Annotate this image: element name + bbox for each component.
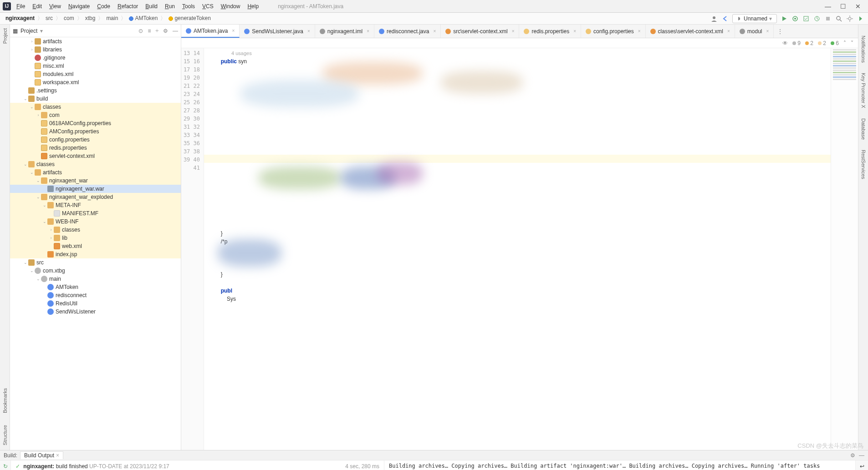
rerun-icon[interactable]: ↻ [3,463,8,470]
bookmarks-tool-button[interactable]: Bookmarks [2,386,8,415]
editor-tab[interactable]: AMToken.java× [181,25,240,38]
crumb-main[interactable]: main [104,15,120,21]
tree-node[interactable]: ›libraries [10,45,181,54]
crumb-src[interactable]: src [44,15,55,21]
tree-node[interactable]: ⌄WEB-INF [10,217,181,226]
tree-node[interactable]: ⌄src [10,258,181,267]
tree-node[interactable]: AMConfig.properties [10,127,181,136]
prev-highlight-icon[interactable]: ˄ [843,40,846,46]
settings-icon[interactable]: ⚙ [163,28,168,34]
menu-help[interactable]: Help [244,2,262,10]
crumb-nginxagent[interactable]: nginxagent [4,15,36,21]
tree-node[interactable]: ›classes [10,226,181,234]
editor-tab[interactable]: SendWsListener.java× [240,25,315,38]
menu-navigate[interactable]: Navigate [65,2,93,10]
tree-node[interactable]: servlet-context.xml [10,152,181,160]
editor-tab[interactable]: src\servlet-context.xml× [441,25,519,38]
maximize-button[interactable]: ☐ [840,3,846,10]
tree-node[interactable]: config.properties [10,136,181,144]
build-log[interactable]: Building archives… Copying archives… Bui… [384,460,855,470]
gutter[interactable]: 13 14 15 16 17 18 19 20 21 22 23 24 25 2… [181,48,204,450]
menu-build[interactable]: Build [142,2,161,10]
forward-icon[interactable] [857,15,864,22]
tree-node[interactable]: 0618AMConfig.properties [10,119,181,127]
menu-window[interactable]: Window [217,2,244,10]
soft-wrap-icon[interactable]: ↩ [860,463,864,470]
tree-node[interactable]: .gitignore [10,54,181,62]
close-tab-icon[interactable]: × [727,29,730,34]
tree-node[interactable]: nginxagent_war.war [10,185,181,193]
build-hide-icon[interactable]: — [859,452,864,459]
close-tab-icon[interactable]: × [232,28,235,33]
build-output-tab[interactable]: Build Output × [20,451,63,459]
menu-tools[interactable]: Tools [179,2,199,10]
menu-view[interactable]: View [46,2,65,10]
run-config-selector[interactable]: Unnamed ▾ [732,14,777,23]
crumb-xtbg[interactable]: xtbg [83,15,97,21]
editor-tab[interactable]: config.properties× [581,25,646,38]
tree-node[interactable]: ⌄com.xtbg [10,267,181,275]
tree-node[interactable]: ›com [10,111,181,119]
minimap[interactable] [831,48,858,450]
close-button[interactable]: ✕ [855,3,861,10]
reader-mode-icon[interactable]: 👁 [782,40,788,46]
editor[interactable]: 13 14 15 16 17 18 19 20 21 22 23 24 25 2… [181,48,858,450]
editor-tab[interactable]: redis.properties× [519,25,581,38]
user-icon[interactable] [710,15,718,22]
tree-node[interactable]: web.xml [10,242,181,250]
tree-node[interactable]: workspace.xml [10,78,181,86]
tree-node[interactable]: ⌄classes [10,103,181,111]
close-tab-icon[interactable]: × [766,29,769,34]
structure-tool-button[interactable]: Structure [2,423,8,447]
tabs-more-icon[interactable]: ⋮ [774,28,786,35]
tree-node[interactable]: misc.xml [10,62,181,70]
debug-icon[interactable] [791,15,799,22]
tree-node[interactable]: ⌄nginxagent_war_exploded [10,193,181,201]
tree-node[interactable]: .settings [10,86,181,95]
menu-file[interactable]: File [13,2,29,10]
tree-node[interactable]: ⌄META-INF [10,201,181,209]
tree-node[interactable]: MANIFEST.MF [10,209,181,217]
expand-all-icon[interactable]: ≡ [148,28,151,34]
menu-vcs[interactable]: VCS [199,2,217,10]
tree-node[interactable]: redisconnect [10,291,181,299]
editor-tab[interactable]: classes\servlet-context.xml× [646,25,735,38]
crumb-com[interactable]: com [62,15,76,21]
editor-tab[interactable]: nginxagent.iml× [315,25,374,38]
tree-node[interactable]: index.jsp [10,250,181,258]
tree-node[interactable]: modules.xml [10,70,181,78]
breadcrumbs[interactable]: nginxagent〉src〉com〉xtbg〉main〉AMToken〉gen… [4,15,213,22]
menu-refactor[interactable]: Refactor [114,2,142,10]
project-tree[interactable]: ›artifacts›libraries.gitignoremisc.xmlmo… [10,37,181,450]
tree-node[interactable]: ⌄artifacts [10,168,181,177]
editor-tab[interactable]: modul× [735,25,774,38]
select-opened-icon[interactable]: ⊙ [138,28,143,34]
inspections-bar[interactable]: 👁 9 2 2 6 ˄ ˅ [181,38,858,48]
tree-node[interactable]: ⌄nginxagent_war [10,177,181,185]
right-tool-key-promoter-x[interactable]: Key Promoter X [861,71,866,110]
right-tool-database[interactable]: Database [861,116,866,142]
build-tree[interactable]: ✓ nginxagent: build finished UP-TO-DATE … [11,460,384,470]
search-icon[interactable] [835,15,842,22]
right-tool-restservices[interactable]: RestServices [861,148,866,181]
right-tool-notifications[interactable]: Notifications [861,34,866,65]
settings-icon[interactable] [846,15,853,22]
tree-node[interactable]: RedisUtil [10,299,181,308]
project-tool-button[interactable]: Project [2,26,8,45]
tree-node[interactable]: SendWsListener [10,308,181,316]
stop-icon[interactable] [824,15,832,22]
minimize-button[interactable]: — [825,3,831,10]
tree-node[interactable]: ⌄main [10,275,181,283]
menu-run[interactable]: Run [161,2,179,10]
close-tab-icon[interactable]: × [512,29,515,34]
tree-node[interactable]: ⌄classes [10,160,181,168]
crumb-AMToken[interactable]: AMToken [127,15,159,21]
close-tab-icon[interactable]: × [307,29,310,34]
crumb-generateToken[interactable]: generateToken [167,15,212,21]
close-tab-icon[interactable]: × [433,29,436,34]
menu-edit[interactable]: Edit [29,2,46,10]
project-view-icon[interactable]: ▦ [13,28,18,34]
menu-code[interactable]: Code [93,2,114,10]
code-area[interactable]: 4 usages public syn [204,48,831,450]
back-arrow-icon[interactable] [721,15,729,22]
